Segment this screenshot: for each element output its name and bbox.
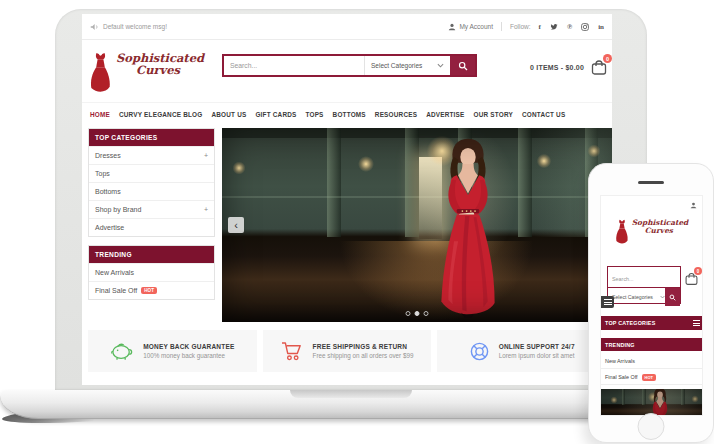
follow-label: Follow: (510, 23, 531, 30)
shopping-cart-icon (281, 341, 304, 362)
hot-badge: HOT (141, 287, 157, 294)
phone-frame: Sophisticated Curves Select Categories (588, 163, 714, 443)
expand-icon[interactable]: + (204, 206, 208, 213)
pinterest-icon[interactable]: ℗ (567, 23, 572, 31)
top-categories-box: TOP CATEGORIES Dresses + Tops Bottoms (88, 128, 215, 237)
feature-subtitle: 100% money back guarantee (143, 352, 234, 359)
search-input[interactable] (608, 271, 680, 288)
top-categories-title: TOP CATEGORIES (89, 129, 214, 146)
sidebar-item-bottoms[interactable]: Bottoms (89, 182, 214, 200)
cart-count-badge: 0 (694, 267, 702, 275)
nav-item-gift-cards[interactable]: GIFT CARDS (255, 111, 296, 118)
welcome-message: Default welcome msg! (90, 23, 167, 31)
user-icon (448, 23, 456, 31)
carousel-dots (406, 311, 429, 316)
search-bar: Select Categories (607, 266, 681, 304)
feature-title: MONEY BACK GUARANTEE (143, 343, 234, 350)
sidebar-item-shop-by-brand[interactable]: Shop by Brand + (89, 200, 214, 218)
website-mobile: Sophisticated Curves Select Categories (600, 195, 703, 416)
sidebar: TOP CATEGORIES Dresses + Tops Bottoms (88, 128, 215, 308)
expand-icon[interactable]: + (204, 152, 208, 159)
sidebar-item-new-arrivals[interactable]: New Arrivals (89, 263, 214, 281)
mini-cart[interactable]: 0 (684, 271, 699, 286)
search-bar: Select Categories (222, 54, 477, 77)
nav-item-bottoms[interactable]: BOTTOMS (333, 111, 366, 118)
feature-free-shipping: FREE SHIPPINGS & RETURN Free shipping on… (263, 330, 432, 372)
nav-item-home[interactable]: HOME (90, 111, 110, 118)
phone-speaker (638, 181, 664, 184)
carousel-prev-button[interactable]: ‹ (228, 217, 244, 233)
website-desktop: Default welcome msg! My Account Follow: … (82, 14, 612, 385)
red-dress-logo-icon (615, 219, 629, 245)
nav-item-blog[interactable]: CURVY ELEGANCE BLOG (119, 111, 202, 118)
sidebar-item-dresses[interactable]: Dresses + (89, 146, 214, 164)
mini-cart[interactable]: 0 ITEMS - $0.00 0 (530, 58, 608, 76)
lifebuoy-icon (469, 341, 490, 362)
nav-item-resources[interactable]: RESOURCES (375, 111, 417, 118)
feature-online-support: ONLINE SUPPORT 24/7 Lorem ipsum dolor si… (437, 330, 606, 372)
sidebar-item-new-arrivals[interactable]: New Arrivals (601, 354, 703, 369)
feature-subtitle: Lorem ipsum dolor sit amet (499, 352, 575, 359)
nav-item-contact[interactable]: CONTACT US (522, 111, 565, 118)
nav-item-tops[interactable]: TOPS (306, 111, 324, 118)
red-dress-logo-icon (89, 52, 112, 94)
hot-badge: HOT (642, 374, 656, 381)
site-logo[interactable]: Sophisticated Curves (89, 52, 204, 94)
feature-strip: MONEY BACK GUARANTEE 100% money back gua… (88, 330, 606, 372)
top-categories-bar[interactable]: TOP CATEGORIES (601, 316, 703, 330)
sidebar-item-final-sale[interactable]: Final Sale Off HOT (89, 281, 214, 299)
search-button[interactable] (665, 288, 680, 306)
trending-title: TRENDING (89, 246, 214, 263)
facebook-icon[interactable]: f (539, 23, 541, 31)
brand-name: Sophisticated Curves (116, 52, 204, 76)
hamburger-icon (693, 320, 700, 325)
announcement-icon (90, 23, 99, 31)
welcome-text: Default welcome msg! (103, 23, 167, 30)
feature-title: ONLINE SUPPORT 24/7 (499, 343, 575, 350)
carousel-dot-active[interactable] (415, 311, 420, 316)
mobile-menu-toggle[interactable] (601, 296, 614, 308)
feature-subtitle: Free shipping on all orders over $99 (313, 352, 414, 359)
twitter-icon[interactable] (550, 23, 558, 31)
sidebar-item-final-sale[interactable]: Final Sale Off HOT (601, 370, 703, 385)
hero-carousel: ‹ (222, 128, 612, 322)
search-input[interactable] (224, 56, 364, 75)
site-logo[interactable]: Sophisticated Curves (601, 219, 702, 245)
nav-item-our-story[interactable]: OUR STORY (474, 111, 513, 118)
my-account-link[interactable] (690, 202, 697, 209)
feature-title: FREE SHIPPINGS & RETURN (313, 343, 414, 350)
header: Sophisticated Curves Select Categories (82, 40, 612, 102)
laptop-screen-bezel: Default welcome msg! My Account Follow: … (55, 9, 647, 390)
hero-slide-image (222, 128, 612, 322)
search-icon (458, 61, 468, 71)
sidebar-item-tops[interactable]: Tops (89, 164, 214, 182)
category-select[interactable]: Select Categories (608, 294, 660, 300)
mockup-stage: Default welcome msg! My Account Follow: … (0, 0, 714, 444)
brand-name: Sophisticated Curves (632, 219, 689, 245)
phone-home-button[interactable] (638, 413, 665, 440)
cart-summary: 0 ITEMS - $0.00 (530, 64, 584, 71)
carousel-dot[interactable] (424, 311, 429, 316)
cart-count-badge: 0 (603, 54, 612, 63)
sidebar-item-advertise[interactable]: Advertise (89, 218, 214, 236)
divider (501, 22, 502, 31)
instagram-icon[interactable] (581, 23, 589, 31)
main-nav: HOME CURVY ELEGANCE BLOG ABOUT US GIFT C… (82, 102, 612, 126)
linkedin-icon[interactable]: in (598, 23, 604, 31)
category-select[interactable]: Select Categories (364, 56, 450, 75)
piggy-bank-icon (110, 341, 134, 361)
carousel-dot[interactable] (406, 311, 411, 316)
mobile-hero-image (601, 389, 703, 416)
nav-item-advertise[interactable]: ADVERTISE (426, 111, 464, 118)
laptop-trackpad-notch (290, 390, 412, 398)
search-icon (669, 294, 676, 301)
trending-box: TRENDING New Arrivals Final Sale Off HOT (88, 245, 215, 300)
trending-bar[interactable]: TRENDING (601, 338, 703, 351)
feature-money-back: MONEY BACK GUARANTEE 100% money back gua… (88, 330, 257, 372)
my-account-link[interactable]: My Account (448, 23, 493, 31)
user-icon (690, 202, 697, 209)
nav-item-about[interactable]: ABOUT US (211, 111, 246, 118)
topbar: Default welcome msg! My Account Follow: … (82, 14, 612, 40)
search-button[interactable] (450, 56, 475, 75)
chevron-down-icon (437, 63, 444, 68)
